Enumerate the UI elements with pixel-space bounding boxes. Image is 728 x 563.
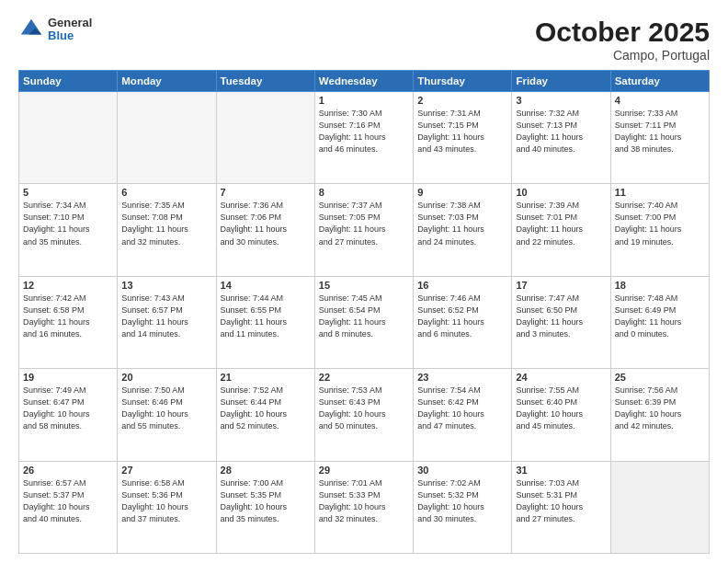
day-cell: 31Sunrise: 7:03 AM Sunset: 5:31 PM Dayli…	[512, 461, 610, 553]
location: Campo, Portugal	[535, 48, 710, 63]
day-number: 4	[615, 95, 705, 106]
day-number: 20	[121, 372, 211, 383]
day-number: 14	[221, 280, 311, 291]
day-info: Sunrise: 7:42 AM Sunset: 6:58 PM Dayligh…	[23, 293, 113, 340]
day-cell: 12Sunrise: 7:42 AM Sunset: 6:58 PM Dayli…	[19, 276, 118, 368]
day-info: Sunrise: 7:00 AM Sunset: 5:35 PM Dayligh…	[221, 477, 311, 525]
day-info: Sunrise: 6:58 AM Sunset: 5:36 PM Dayligh…	[121, 477, 211, 525]
day-info: Sunrise: 7:48 AM Sunset: 6:49 PM Dayligh…	[615, 293, 705, 340]
day-info: Sunrise: 7:39 AM Sunset: 7:01 PM Dayligh…	[516, 200, 606, 247]
day-number: 8	[319, 187, 409, 198]
day-cell	[118, 92, 216, 184]
day-number: 10	[516, 187, 606, 198]
weekday-wednesday: Wednesday	[314, 71, 413, 92]
day-number: 26	[23, 465, 113, 476]
day-cell: 25Sunrise: 7:56 AM Sunset: 6:39 PM Dayli…	[610, 369, 709, 461]
day-info: Sunrise: 7:46 AM Sunset: 6:52 PM Dayligh…	[417, 293, 507, 340]
day-cell: 11Sunrise: 7:40 AM Sunset: 7:00 PM Dayli…	[610, 184, 709, 276]
day-number: 22	[319, 372, 409, 383]
day-info: Sunrise: 6:57 AM Sunset: 5:37 PM Dayligh…	[23, 477, 113, 525]
day-number: 12	[23, 280, 113, 291]
day-info: Sunrise: 7:40 AM Sunset: 7:00 PM Dayligh…	[615, 200, 705, 247]
day-cell: 7Sunrise: 7:36 AM Sunset: 7:06 PM Daylig…	[216, 184, 314, 276]
day-info: Sunrise: 7:31 AM Sunset: 7:15 PM Dayligh…	[417, 108, 507, 155]
weekday-friday: Friday	[512, 71, 610, 92]
day-cell: 1Sunrise: 7:30 AM Sunset: 7:16 PM Daylig…	[314, 92, 413, 184]
day-info: Sunrise: 7:49 AM Sunset: 6:47 PM Dayligh…	[23, 385, 113, 432]
day-cell: 26Sunrise: 6:57 AM Sunset: 5:37 PM Dayli…	[19, 461, 118, 553]
day-number: 6	[121, 187, 211, 198]
day-info: Sunrise: 7:45 AM Sunset: 6:54 PM Dayligh…	[319, 293, 409, 340]
day-cell: 5Sunrise: 7:34 AM Sunset: 7:10 PM Daylig…	[19, 184, 118, 276]
day-cell: 24Sunrise: 7:55 AM Sunset: 6:40 PM Dayli…	[512, 369, 610, 461]
day-cell: 13Sunrise: 7:43 AM Sunset: 6:57 PM Dayli…	[118, 276, 216, 368]
week-row-3: 12Sunrise: 7:42 AM Sunset: 6:58 PM Dayli…	[19, 276, 710, 368]
logo-icon	[18, 17, 44, 42]
weekday-monday: Monday	[118, 71, 216, 92]
day-info: Sunrise: 7:33 AM Sunset: 7:11 PM Dayligh…	[615, 108, 705, 155]
day-info: Sunrise: 7:47 AM Sunset: 6:50 PM Dayligh…	[516, 293, 606, 340]
day-info: Sunrise: 7:55 AM Sunset: 6:40 PM Dayligh…	[516, 385, 606, 432]
day-cell: 27Sunrise: 6:58 AM Sunset: 5:36 PM Dayli…	[118, 461, 216, 553]
day-info: Sunrise: 7:38 AM Sunset: 7:03 PM Dayligh…	[417, 200, 507, 247]
day-cell: 2Sunrise: 7:31 AM Sunset: 7:15 PM Daylig…	[414, 92, 512, 184]
day-info: Sunrise: 7:32 AM Sunset: 7:13 PM Dayligh…	[516, 108, 606, 155]
day-number: 31	[516, 465, 606, 476]
day-cell: 3Sunrise: 7:32 AM Sunset: 7:13 PM Daylig…	[512, 92, 610, 184]
day-info: Sunrise: 7:53 AM Sunset: 6:43 PM Dayligh…	[319, 385, 409, 432]
day-cell: 4Sunrise: 7:33 AM Sunset: 7:11 PM Daylig…	[610, 92, 709, 184]
day-cell: 19Sunrise: 7:49 AM Sunset: 6:47 PM Dayli…	[19, 369, 118, 461]
day-number: 9	[417, 187, 507, 198]
week-row-2: 5Sunrise: 7:34 AM Sunset: 7:10 PM Daylig…	[19, 184, 710, 276]
page: General Blue October 2025 Campo, Portuga…	[0, 0, 728, 563]
day-cell: 29Sunrise: 7:01 AM Sunset: 5:33 PM Dayli…	[314, 461, 413, 553]
day-info: Sunrise: 7:01 AM Sunset: 5:33 PM Dayligh…	[319, 477, 409, 525]
weekday-thursday: Thursday	[414, 71, 512, 92]
day-info: Sunrise: 7:35 AM Sunset: 7:08 PM Dayligh…	[121, 200, 211, 247]
day-number: 27	[121, 465, 211, 476]
logo-general: General	[48, 17, 92, 29]
day-number: 15	[319, 280, 409, 291]
day-info: Sunrise: 7:54 AM Sunset: 6:42 PM Dayligh…	[417, 385, 507, 432]
day-number: 13	[121, 280, 211, 291]
day-number: 21	[221, 372, 311, 383]
day-number: 16	[417, 280, 507, 291]
day-number: 23	[417, 372, 507, 383]
day-cell: 14Sunrise: 7:44 AM Sunset: 6:55 PM Dayli…	[216, 276, 314, 368]
logo-blue: Blue	[48, 29, 92, 42]
day-number: 1	[319, 95, 409, 106]
logo: General Blue	[18, 17, 92, 43]
week-row-5: 26Sunrise: 6:57 AM Sunset: 5:37 PM Dayli…	[19, 461, 710, 553]
day-cell: 8Sunrise: 7:37 AM Sunset: 7:05 PM Daylig…	[314, 184, 413, 276]
day-info: Sunrise: 7:52 AM Sunset: 6:44 PM Dayligh…	[221, 385, 311, 432]
day-number: 5	[23, 187, 113, 198]
day-cell: 20Sunrise: 7:50 AM Sunset: 6:46 PM Dayli…	[118, 369, 216, 461]
day-number: 3	[516, 95, 606, 106]
day-number: 17	[516, 280, 606, 291]
day-info: Sunrise: 7:30 AM Sunset: 7:16 PM Dayligh…	[319, 108, 409, 155]
day-info: Sunrise: 7:03 AM Sunset: 5:31 PM Dayligh…	[516, 477, 606, 525]
day-number: 19	[23, 372, 113, 383]
day-info: Sunrise: 7:56 AM Sunset: 6:39 PM Dayligh…	[615, 385, 705, 432]
day-cell	[610, 461, 709, 553]
day-cell: 22Sunrise: 7:53 AM Sunset: 6:43 PM Dayli…	[314, 369, 413, 461]
day-info: Sunrise: 7:02 AM Sunset: 5:32 PM Dayligh…	[417, 477, 507, 525]
day-info: Sunrise: 7:44 AM Sunset: 6:55 PM Dayligh…	[221, 293, 311, 340]
weekday-saturday: Saturday	[610, 71, 709, 92]
day-cell: 23Sunrise: 7:54 AM Sunset: 6:42 PM Dayli…	[414, 369, 512, 461]
week-row-4: 19Sunrise: 7:49 AM Sunset: 6:47 PM Dayli…	[19, 369, 710, 461]
weekday-sunday: Sunday	[19, 71, 118, 92]
logo-text: General Blue	[48, 17, 92, 43]
day-number: 25	[615, 372, 705, 383]
day-cell: 30Sunrise: 7:02 AM Sunset: 5:32 PM Dayli…	[414, 461, 512, 553]
day-cell: 18Sunrise: 7:48 AM Sunset: 6:49 PM Dayli…	[610, 276, 709, 368]
day-cell: 15Sunrise: 7:45 AM Sunset: 6:54 PM Dayli…	[314, 276, 413, 368]
header: General Blue October 2025 Campo, Portuga…	[18, 17, 710, 63]
day-number: 18	[615, 280, 705, 291]
day-number: 2	[417, 95, 507, 106]
day-info: Sunrise: 7:34 AM Sunset: 7:10 PM Dayligh…	[23, 200, 113, 247]
day-cell: 17Sunrise: 7:47 AM Sunset: 6:50 PM Dayli…	[512, 276, 610, 368]
month-title: October 2025	[535, 17, 710, 48]
day-info: Sunrise: 7:36 AM Sunset: 7:06 PM Dayligh…	[221, 200, 311, 247]
day-cell: 6Sunrise: 7:35 AM Sunset: 7:08 PM Daylig…	[118, 184, 216, 276]
